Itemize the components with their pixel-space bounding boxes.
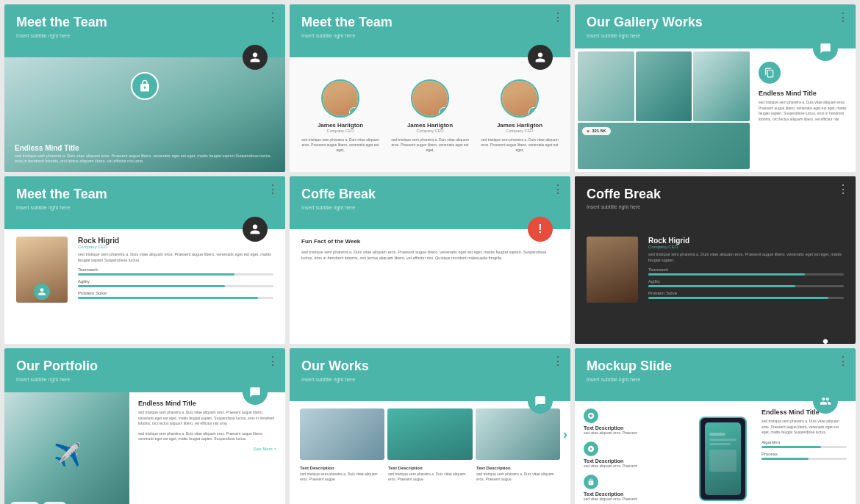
see-more-link[interactable]: See More >	[138, 447, 276, 451]
slide-4-avatar-btn[interactable]	[243, 217, 268, 242]
slide-meet-rock: Meet the Team Insert subtitle right here…	[4, 176, 285, 344]
coffee-body-text: sed tristique sem pharetra a. Duis vitae…	[301, 249, 559, 262]
rock-badge	[34, 284, 50, 300]
slide-gallery: Our Gallery Works Insert subtitle right …	[575, 4, 856, 172]
mockup-item-2-desc: sed vitae aliquam eros. Praesent	[584, 464, 684, 469]
work-item-2-desc: sed tristique sem pharetra a. Duis vitae…	[388, 472, 472, 482]
mockup-item-1-title: Text Description	[584, 425, 684, 431]
slide-grid: Meet the Team Insert subtitle right here…	[0, 0, 860, 504]
rock-info: Rock Higrid Company CEO sed tristique se…	[78, 237, 273, 303]
person-1-name: James Harligton	[298, 122, 382, 129]
slide-4-title: Meet the Team	[16, 187, 273, 203]
slide-9-dots-menu[interactable]: ⋮	[837, 354, 850, 368]
slide-9-icon-btn[interactable]	[813, 389, 838, 414]
slide-4-subtitle: Insert subtitle right here	[16, 205, 273, 210]
progress-algo-bg	[762, 446, 847, 448]
chevron-right-icon[interactable]: ›	[563, 427, 567, 442]
dark-rock-role: Company CEO	[648, 245, 844, 249]
phone-bar-2	[709, 439, 737, 441]
person-3-name: James Harligton	[478, 122, 562, 129]
slide-9-header: Mockup Slide Insert subtitle right here	[575, 348, 856, 401]
team-card-1: James Harligton Company CEO sed tristiqu…	[298, 79, 382, 153]
phone-notch	[715, 420, 730, 422]
slide-3-dots-menu[interactable]: ⋮	[837, 10, 850, 24]
work-img-1	[300, 408, 384, 460]
slide-7-icon-btn[interactable]	[243, 380, 268, 405]
phone-bar-3	[709, 443, 731, 445]
dark-skill-1-label: Teamwork	[648, 267, 844, 272]
portfolio-text: Endless Mind Title sed tristique sem pha…	[129, 392, 285, 504]
dark-skill-3-bg	[648, 297, 844, 299]
slide-8-icon-btn[interactable]	[528, 389, 553, 414]
slide-6-header: Coffe Break Insert subtitle right here	[575, 176, 856, 229]
progress-process: Process	[762, 452, 847, 460]
works-descriptions: Text Description sed tristique sem phare…	[300, 466, 560, 482]
slide-8-dots-menu[interactable]: ⋮	[552, 354, 565, 368]
skill-problem-fill	[78, 297, 258, 299]
slide-1-subtitle: Insert subtitle right here	[16, 33, 273, 38]
dark-skill-3-fill	[648, 297, 828, 299]
slide-6-subtitle: Insert subtitle right here	[587, 204, 844, 209]
slide-2-subtitle: Insert subtitle right here	[301, 33, 559, 38]
slide-2-dots-menu[interactable]: ⋮	[552, 10, 565, 24]
slide-4-dots-menu[interactable]: ⋮	[267, 182, 279, 196]
rock-name: Rock Higrid	[78, 237, 273, 245]
fun-fact-label: Fun Fact of the Week	[301, 238, 559, 245]
person-1-avatar	[321, 79, 359, 118]
slide-meet-team-2: Meet the Team Insert subtitle right here…	[290, 4, 570, 172]
rock-dark-photo	[587, 237, 638, 303]
slide-7-subtitle: Insert subtitle right here	[16, 377, 273, 382]
slide-6-body: Rock Higrid Company CEO sed tristique se…	[575, 229, 856, 310]
slide-2-avatar-btn[interactable]	[528, 45, 553, 70]
slide-1-card-text: sed tristique sem pharetra a. Duis vitae…	[15, 154, 275, 165]
person-1-sub: Company CEO	[298, 129, 382, 134]
slide-1-card-title: Endless Mind Title	[15, 144, 275, 152]
slide-1-avatar-btn[interactable]	[243, 45, 268, 70]
slide-5-dots-menu[interactable]: ⋮	[552, 182, 565, 196]
dark-skill-teamwork: Teamwork	[648, 267, 844, 276]
work-item-2: Text Description sed tristique sem phare…	[388, 466, 472, 482]
slide-7-dots-menu[interactable]: ⋮	[267, 354, 279, 368]
slide-6-avatar-btn[interactable]	[813, 331, 838, 344]
exclamation-icon: !	[538, 223, 542, 236]
slide-9-mockup-body: Text Description sed vitae aliquam eros.…	[575, 401, 856, 504]
slide-5-icon-btn[interactable]: !	[528, 217, 553, 242]
slide-3-icon-btn[interactable]	[813, 36, 838, 61]
dark-skill-agility: Agility	[648, 279, 844, 287]
person-3-dot	[528, 107, 539, 118]
person-2-dot	[439, 107, 449, 118]
work-item-3-desc: sed tristique sem pharetra a. Duis vitae…	[476, 472, 560, 482]
work-item-3: Text Description sed tristique sem phare…	[476, 466, 560, 482]
mockup-item-3-title: Text Description	[584, 492, 684, 497]
slide-1-title: Meet the Team	[16, 15, 273, 31]
mockup-item-1: Text Description sed vitae aliquam eros.…	[584, 408, 684, 436]
mockup-right-col: Endless Mind Title sed tristique sem pha…	[753, 401, 856, 504]
slide-6-dots-menu[interactable]: ⋮	[837, 182, 850, 196]
person-2-name: James Harligton	[388, 122, 472, 129]
person-2-avatar	[411, 79, 449, 118]
skill-agility-fill	[78, 285, 225, 287]
slide-4-header: Meet the Team Insert subtitle right here	[4, 176, 285, 229]
slide-portfolio: Our Portfolio Insert subtitle right here…	[4, 348, 285, 504]
slide-3-header: Our Gallery Works Insert subtitle right …	[575, 4, 856, 48]
mockup-item-2-icon	[584, 442, 598, 456]
mockup-item-1-icon	[584, 408, 598, 423]
plane-icon: ✈️	[54, 442, 81, 467]
team-card-3: James Harligton Company CEO sed tristiqu…	[478, 79, 562, 153]
phone-img-area	[709, 450, 737, 472]
slide-8-title: Our Works	[301, 359, 559, 375]
dark-skill-problem: Problem Solve	[648, 291, 844, 299]
skill-agility-bg	[78, 285, 273, 287]
progress-proc-label: Process	[762, 452, 847, 456]
person-2-sub: Company CEO	[388, 129, 472, 134]
skill-problem-bg	[78, 297, 273, 299]
gallery-card-title: Endless Mind Title	[759, 90, 848, 97]
progress-algo-fill	[762, 446, 821, 448]
work-item-1-desc: sed tristique sem pharetra a. Duis vitae…	[300, 472, 384, 482]
skill-problem-label: Problem Solve	[78, 291, 273, 295]
slide-1-dots-menu[interactable]: ⋮	[267, 10, 279, 24]
mockup-item-2: Text Description sed vitae aliquam eros.…	[584, 442, 684, 469]
gallery-img-2	[636, 51, 692, 121]
gallery-likes: 321.5K	[592, 129, 606, 133]
portfolio-card-text-2: sed tristique sem pharetra a. Duis vitae…	[138, 431, 276, 442]
